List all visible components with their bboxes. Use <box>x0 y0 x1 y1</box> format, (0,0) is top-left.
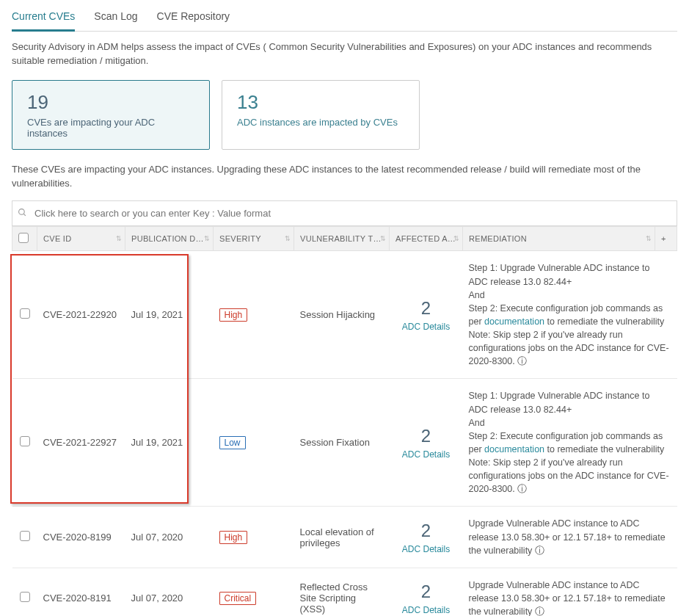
cve-id-cell: CVE-2021-22927 <box>37 379 125 507</box>
remediation-cell: Upgrade Vulnerable ADC instance to ADC r… <box>463 568 677 616</box>
col-severity[interactable]: SEVERITY⇅ <box>214 227 294 251</box>
severity-cell: High <box>214 507 294 568</box>
vuln-type-cell: Local elevation of privileges <box>294 507 390 568</box>
affected-count: 2 <box>395 581 457 602</box>
tab-cve-repository[interactable]: CVE Repository <box>157 6 230 31</box>
card-cve-number: 19 <box>27 91 194 114</box>
tab-current-cves[interactable]: Current CVEs <box>12 6 75 32</box>
advisory-text: Security Advisory in ADM helps assess th… <box>12 40 677 68</box>
row-checkbox-cell <box>12 568 37 616</box>
vuln-type-cell: Reflected Cross Site Scripting (XSS) <box>294 568 390 616</box>
pub-date-cell: Jul 19, 2021 <box>125 379 214 507</box>
vuln-type-cell: Session Fixation <box>294 379 390 507</box>
table-row: CVE-2021-22927Jul 19, 2021LowSession Fix… <box>12 379 677 507</box>
col-pub-date[interactable]: PUBLICATION DATE⇅ <box>125 227 214 251</box>
summary-cards: 19 CVEs are impacting your ADC instances… <box>12 80 677 150</box>
row-checkbox-cell <box>12 251 37 379</box>
table-row: CVE-2021-22920Jul 19, 2021HighSession Hi… <box>12 251 677 379</box>
row-checkbox-cell <box>12 507 37 568</box>
affected-count: 2 <box>395 521 457 541</box>
cve-id-cell: CVE-2021-22920 <box>37 251 125 379</box>
tabs-bar: Current CVEs Scan Log CVE Repository <box>12 6 677 32</box>
card-adc-label: ADC instances are impacted by CVEs <box>237 117 404 128</box>
svg-line-1 <box>23 214 26 216</box>
affected-cell: 2ADC Details <box>390 251 463 379</box>
pub-date-cell: Jul 19, 2021 <box>125 251 214 379</box>
adc-details-link[interactable]: ADC Details <box>395 605 457 615</box>
severity-cell: Critical <box>214 568 294 616</box>
card-adc-number: 13 <box>237 91 404 114</box>
cve-table: CVE ID⇅ PUBLICATION DATE⇅ SEVERITY⇅ VULN… <box>12 226 677 616</box>
table-row: CVE-2020-8199Jul 07, 2020HighLocal eleva… <box>12 507 677 568</box>
tab-scan-log[interactable]: Scan Log <box>94 6 137 31</box>
row-checkbox-cell <box>12 379 37 507</box>
row-checkbox[interactable] <box>20 531 30 541</box>
affected-cell: 2ADC Details <box>390 507 463 568</box>
documentation-link[interactable]: documentation <box>484 316 544 327</box>
severity-cell: High <box>214 251 294 379</box>
search-wrap <box>12 200 677 226</box>
col-add[interactable]: + <box>655 227 677 251</box>
search-input[interactable] <box>12 200 677 226</box>
adc-details-link[interactable]: ADC Details <box>395 322 457 332</box>
remediation-cell: Upgrade Vulnerable ADC instance to ADC r… <box>463 507 677 568</box>
affected-cell: 2ADC Details <box>390 379 463 507</box>
adc-details-link[interactable]: ADC Details <box>395 544 457 554</box>
col-remediation[interactable]: REMEDIATION⇅ <box>463 227 655 251</box>
cve-id-cell: CVE-2020-8199 <box>37 507 125 568</box>
pub-date-cell: Jul 07, 2020 <box>125 568 214 616</box>
impact-text: These CVEs are impacting your ADC instan… <box>12 163 677 191</box>
remediation-cell: Step 1: Upgrade Vulnerable ADC instance … <box>463 251 677 379</box>
table-row: CVE-2020-8191Jul 07, 2020CriticalReflect… <box>12 568 677 616</box>
select-all-checkbox[interactable] <box>18 233 29 243</box>
col-vuln-type[interactable]: VULNERABILITY TY...⇅ <box>294 227 390 251</box>
col-cve-id[interactable]: CVE ID⇅ <box>37 227 125 251</box>
documentation-link[interactable]: documentation <box>484 444 544 454</box>
card-cve-label: CVEs are impacting your ADC instances <box>27 117 194 139</box>
pub-date-cell: Jul 07, 2020 <box>125 507 214 568</box>
card-adc-count[interactable]: 13 ADC instances are impacted by CVEs <box>222 80 420 150</box>
card-cve-count[interactable]: 19 CVEs are impacting your ADC instances <box>12 80 210 150</box>
vuln-type-cell: Session Hijacking <box>294 251 390 379</box>
affected-cell: 2ADC Details <box>390 568 463 616</box>
severity-badge: High <box>219 308 248 322</box>
remediation-cell: Step 1: Upgrade Vulnerable ADC instance … <box>463 379 677 507</box>
search-icon <box>18 208 27 220</box>
col-checkbox-header[interactable] <box>12 227 37 251</box>
svg-point-0 <box>19 209 25 215</box>
row-checkbox[interactable] <box>20 436 30 446</box>
affected-count: 2 <box>395 426 457 446</box>
severity-badge: Critical <box>219 592 257 605</box>
severity-badge: Low <box>219 436 246 449</box>
affected-count: 2 <box>395 298 457 319</box>
adc-details-link[interactable]: ADC Details <box>395 449 457 460</box>
severity-badge: High <box>219 531 248 544</box>
row-checkbox[interactable] <box>20 592 30 602</box>
severity-cell: Low <box>214 379 294 507</box>
col-affected[interactable]: AFFECTED ADC INS...⇅ <box>390 227 463 251</box>
row-checkbox[interactable] <box>20 308 30 319</box>
cve-id-cell: CVE-2020-8191 <box>37 568 125 616</box>
